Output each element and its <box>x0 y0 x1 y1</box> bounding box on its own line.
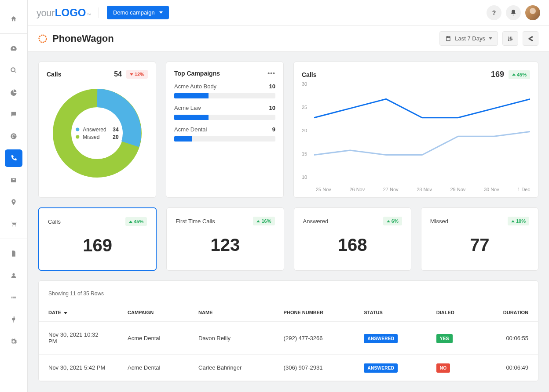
sidebar-item-phone[interactable] <box>5 149 22 167</box>
chart-title: Calls <box>302 71 316 78</box>
col-date[interactable]: DATE <box>39 304 118 322</box>
stat-card-title: First Time Calls <box>176 218 215 225</box>
topbar: your LOGO ™ Demo campaign ? <box>28 0 549 25</box>
cart-icon <box>10 221 17 228</box>
date-range-label: Last 7 Days <box>455 35 485 42</box>
table-showing: Showing 11 of 35 Rows <box>39 290 538 297</box>
filter-button[interactable] <box>502 31 518 46</box>
col-duration[interactable]: DURATION <box>477 304 538 322</box>
col-phone[interactable]: PHONE NUMBER <box>274 304 355 322</box>
col-name[interactable]: NAME <box>189 304 274 322</box>
sidebar-item-user[interactable] <box>5 267 22 284</box>
more-icon[interactable]: ••• <box>267 70 275 77</box>
line-chart <box>314 80 530 177</box>
cell-dialed: NO <box>427 355 478 381</box>
gauge-icon <box>10 45 17 52</box>
file-icon <box>10 250 17 257</box>
sidebar-item-cart[interactable] <box>5 215 22 233</box>
sidebar-item-comments[interactable] <box>5 105 22 123</box>
calls-table-card: Showing 11 of 35 Rows DATE CAMPAIGN NAME… <box>38 280 538 381</box>
chart-x-axis: 25 Nov26 Nov27 Nov28 Nov29 Nov30 Nov1 De… <box>316 187 530 192</box>
table-row[interactable]: Nov 30, 2021 10:32 PM Acme Dental Davon … <box>39 322 538 355</box>
stat-card-change: 16% <box>253 217 274 225</box>
sidebar-divider <box>0 33 27 34</box>
help-button[interactable]: ? <box>487 5 501 20</box>
cell-phone: (306) 907-2931 <box>274 355 355 381</box>
campaign-name: Acme Dental <box>174 126 207 133</box>
sidebar-divider <box>0 239 27 239</box>
legend-missed: Missed 20 <box>76 134 118 140</box>
cell-phone: (292) 477-3266 <box>274 322 355 355</box>
phone-icon <box>10 155 17 162</box>
sidebar-item-file[interactable] <box>5 245 22 262</box>
top-campaigns-card: Top Campaigns ••• Acme Auto Body 10 Acme… <box>166 62 284 198</box>
user-icon <box>10 272 17 279</box>
sidebar-item-reports[interactable] <box>5 83 22 101</box>
stat-card[interactable]: Missed 10% 77 <box>421 207 538 271</box>
col-dialed[interactable]: DIALED <box>427 304 478 322</box>
date-range-button[interactable]: Last 7 Days <box>439 31 498 46</box>
sidebar-item-settings[interactable] <box>5 333 22 350</box>
page-header: PhoneWagon Last 7 Days <box>28 25 549 52</box>
logo-part2: LOGO <box>55 7 86 19</box>
cell-status: ANSWERED <box>354 322 426 355</box>
campaign-value: 9 <box>272 126 275 133</box>
mail-icon <box>10 177 17 184</box>
calls-chart-card: Calls 169 45% 3025201510 25 Nov26 Nov27 … <box>293 62 538 198</box>
campaign-value: 10 <box>269 105 275 111</box>
cell-duration: 00:06:49 <box>477 355 538 381</box>
sidebar-item-search[interactable] <box>5 62 22 79</box>
campaign-bar <box>174 115 275 120</box>
legend-dot-missed <box>76 135 79 139</box>
stat-card-change: 6% <box>383 217 402 225</box>
stat-card-title: Answered <box>303 218 329 225</box>
cell-duration: 00:06:55 <box>477 322 538 355</box>
calendar-icon <box>445 36 451 42</box>
campaign-bar <box>174 136 275 142</box>
col-campaign[interactable]: CAMPAIGN <box>118 304 189 322</box>
sidebar-item-plugins[interactable] <box>5 311 22 328</box>
table-row[interactable]: Nov 30, 2021 5:42 PM Acme Dental Carlee … <box>39 355 538 381</box>
campaign-dropdown[interactable]: Demo campaign <box>107 6 169 19</box>
chart-change-badge: 45% <box>509 70 530 79</box>
cell-status: ANSWERED <box>354 355 426 381</box>
topbar-divider <box>99 7 99 18</box>
campaign-item: Acme Law 10 <box>174 105 275 120</box>
share-button[interactable] <box>523 31 538 46</box>
location-icon <box>10 199 17 206</box>
logo-part1: your <box>37 7 55 19</box>
cell-name: Davon Reilly <box>189 322 274 355</box>
stat-card[interactable]: Calls 45% 169 <box>38 207 157 271</box>
integration-icon <box>38 34 47 43</box>
campaign-label: Demo campaign <box>113 9 155 16</box>
campaign-item: Acme Dental 9 <box>174 126 275 142</box>
cell-name: Carlee Bahringer <box>189 355 274 381</box>
target-icon <box>10 133 17 140</box>
sidebar-item-home[interactable] <box>5 10 22 28</box>
chevron-down-icon <box>489 37 492 40</box>
stat-card[interactable]: First Time Calls 16% 123 <box>166 207 284 271</box>
logo[interactable]: your LOGO ™ <box>37 7 91 19</box>
share-icon <box>527 36 534 42</box>
avatar[interactable] <box>525 5 540 20</box>
col-status[interactable]: STATUS <box>354 304 426 322</box>
home-icon <box>10 15 17 22</box>
sidebar-item-tasks[interactable] <box>5 289 22 306</box>
notifications-button[interactable] <box>506 5 521 20</box>
cell-date: Nov 30, 2021 5:42 PM <box>39 355 118 381</box>
comment-icon <box>10 111 17 118</box>
sliders-icon <box>507 36 513 42</box>
stat-card-value: 169 <box>48 236 147 255</box>
cell-dialed: YES <box>427 322 478 355</box>
gear-icon <box>10 338 17 345</box>
cell-campaign: Acme Dental <box>118 355 189 381</box>
sidebar-item-mail[interactable] <box>5 171 22 189</box>
stat-card-change: 45% <box>125 217 147 226</box>
sidebar-item-location[interactable] <box>5 193 22 211</box>
sidebar-item-target[interactable] <box>5 127 22 145</box>
stat-card[interactable]: Answered 6% 168 <box>294 207 411 271</box>
cell-campaign: Acme Dental <box>118 322 189 355</box>
sidebar-item-dashboard[interactable] <box>5 40 22 57</box>
campaigns-title: Top Campaigns <box>174 70 220 77</box>
calls-donut-card: Calls 54 12% <box>38 62 156 198</box>
